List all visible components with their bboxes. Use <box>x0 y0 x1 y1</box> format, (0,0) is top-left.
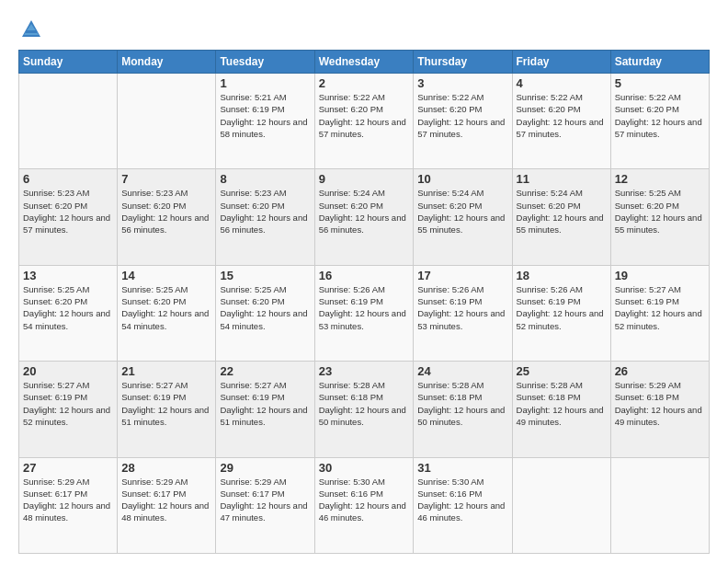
day-number: 13 <box>23 269 113 282</box>
day-number: 30 <box>319 461 410 475</box>
cell-info: Sunrise: 5:27 AMSunset: 6:19 PMDaylight:… <box>615 283 705 332</box>
calendar-cell <box>512 457 610 553</box>
cell-info: Sunrise: 5:25 AMSunset: 6:20 PMDaylight:… <box>615 187 705 236</box>
calendar-cell: 20Sunrise: 5:27 AMSunset: 6:19 PMDayligh… <box>19 362 118 457</box>
cell-info: Sunrise: 5:29 AMSunset: 6:17 PMDaylight:… <box>220 476 310 524</box>
weekday-row: SundayMondayTuesdayWednesdayThursdayFrid… <box>19 51 710 74</box>
calendar-cell <box>610 457 709 553</box>
page: SundayMondayTuesdayWednesdayThursdayFrid… <box>0 0 728 563</box>
calendar-cell: 23Sunrise: 5:28 AMSunset: 6:18 PMDayligh… <box>314 362 414 457</box>
calendar-cell: 6Sunrise: 5:23 AMSunset: 6:20 PMDaylight… <box>19 169 118 265</box>
day-number: 7 <box>121 172 211 186</box>
day-number: 11 <box>517 172 607 186</box>
cell-info: Sunrise: 5:23 AMSunset: 6:20 PMDaylight:… <box>23 187 113 236</box>
day-number: 25 <box>517 364 607 378</box>
calendar-cell: 1Sunrise: 5:21 AMSunset: 6:19 PMDaylight… <box>216 74 314 169</box>
calendar-cell: 9Sunrise: 5:24 AMSunset: 6:20 PMDaylight… <box>314 169 414 265</box>
header <box>18 17 710 42</box>
calendar-cell <box>118 74 216 169</box>
day-number: 17 <box>417 269 507 282</box>
calendar-cell: 26Sunrise: 5:29 AMSunset: 6:18 PMDayligh… <box>610 362 709 457</box>
svg-rect-2 <box>26 30 37 33</box>
cell-info: Sunrise: 5:25 AMSunset: 6:20 PMDaylight:… <box>121 283 211 332</box>
cell-info: Sunrise: 5:22 AMSunset: 6:20 PMDaylight:… <box>517 91 607 140</box>
weekday-header-wednesday: Wednesday <box>314 51 414 74</box>
calendar-cell: 11Sunrise: 5:24 AMSunset: 6:20 PMDayligh… <box>512 169 610 265</box>
svg-marker-1 <box>24 24 39 35</box>
day-number: 14 <box>121 269 211 282</box>
cell-info: Sunrise: 5:27 AMSunset: 6:19 PMDaylight:… <box>121 379 211 428</box>
day-number: 29 <box>220 461 310 475</box>
calendar-cell: 8Sunrise: 5:23 AMSunset: 6:20 PMDaylight… <box>216 169 314 265</box>
day-number: 9 <box>319 172 410 186</box>
cell-info: Sunrise: 5:25 AMSunset: 6:20 PMDaylight:… <box>23 283 113 332</box>
cell-info: Sunrise: 5:28 AMSunset: 6:18 PMDaylight:… <box>417 379 507 428</box>
weekday-header-friday: Friday <box>512 51 610 74</box>
cell-info: Sunrise: 5:24 AMSunset: 6:20 PMDaylight:… <box>517 187 607 236</box>
day-number: 20 <box>23 364 113 378</box>
calendar-cell: 22Sunrise: 5:27 AMSunset: 6:19 PMDayligh… <box>216 362 314 457</box>
day-number: 27 <box>23 461 113 475</box>
day-number: 2 <box>319 76 410 90</box>
calendar-cell: 7Sunrise: 5:23 AMSunset: 6:20 PMDaylight… <box>118 169 216 265</box>
cell-info: Sunrise: 5:26 AMSunset: 6:19 PMDaylight:… <box>319 283 410 332</box>
cell-info: Sunrise: 5:21 AMSunset: 6:19 PMDaylight:… <box>220 91 310 140</box>
calendar-week-1: 1Sunrise: 5:21 AMSunset: 6:19 PMDaylight… <box>19 74 710 169</box>
day-number: 31 <box>417 461 507 475</box>
calendar-cell: 2Sunrise: 5:22 AMSunset: 6:20 PMDaylight… <box>314 74 414 169</box>
calendar-cell <box>19 74 118 169</box>
calendar-week-5: 27Sunrise: 5:29 AMSunset: 6:17 PMDayligh… <box>19 457 710 553</box>
weekday-header-monday: Monday <box>118 51 216 74</box>
calendar-cell: 4Sunrise: 5:22 AMSunset: 6:20 PMDaylight… <box>512 74 610 169</box>
calendar-cell: 10Sunrise: 5:24 AMSunset: 6:20 PMDayligh… <box>414 169 512 265</box>
calendar-cell: 28Sunrise: 5:29 AMSunset: 6:17 PMDayligh… <box>118 457 216 553</box>
cell-info: Sunrise: 5:29 AMSunset: 6:17 PMDaylight:… <box>121 476 211 524</box>
day-number: 4 <box>517 76 607 90</box>
calendar-cell: 30Sunrise: 5:30 AMSunset: 6:16 PMDayligh… <box>314 457 414 553</box>
cell-info: Sunrise: 5:28 AMSunset: 6:18 PMDaylight:… <box>517 379 607 428</box>
day-number: 28 <box>121 461 211 475</box>
day-number: 8 <box>220 172 310 186</box>
calendar-cell: 14Sunrise: 5:25 AMSunset: 6:20 PMDayligh… <box>118 265 216 361</box>
calendar-week-2: 6Sunrise: 5:23 AMSunset: 6:20 PMDaylight… <box>19 169 710 265</box>
weekday-header-saturday: Saturday <box>610 51 709 74</box>
logo-icon <box>18 17 44 42</box>
calendar-week-3: 13Sunrise: 5:25 AMSunset: 6:20 PMDayligh… <box>19 265 710 361</box>
calendar-cell: 24Sunrise: 5:28 AMSunset: 6:18 PMDayligh… <box>414 362 512 457</box>
cell-info: Sunrise: 5:27 AMSunset: 6:19 PMDaylight:… <box>23 379 113 428</box>
cell-info: Sunrise: 5:29 AMSunset: 6:17 PMDaylight:… <box>23 476 113 524</box>
calendar-cell: 21Sunrise: 5:27 AMSunset: 6:19 PMDayligh… <box>118 362 216 457</box>
day-number: 3 <box>417 76 507 90</box>
calendar-cell: 31Sunrise: 5:30 AMSunset: 6:16 PMDayligh… <box>414 457 512 553</box>
cell-info: Sunrise: 5:27 AMSunset: 6:19 PMDaylight:… <box>220 379 310 428</box>
calendar-cell: 12Sunrise: 5:25 AMSunset: 6:20 PMDayligh… <box>610 169 709 265</box>
weekday-header-sunday: Sunday <box>19 51 118 74</box>
day-number: 23 <box>319 364 410 378</box>
calendar-week-4: 20Sunrise: 5:27 AMSunset: 6:19 PMDayligh… <box>19 362 710 457</box>
day-number: 15 <box>220 269 310 282</box>
calendar-cell: 16Sunrise: 5:26 AMSunset: 6:19 PMDayligh… <box>314 265 414 361</box>
logo <box>18 17 48 42</box>
cell-info: Sunrise: 5:22 AMSunset: 6:20 PMDaylight:… <box>417 91 507 140</box>
calendar-header: SundayMondayTuesdayWednesdayThursdayFrid… <box>19 51 710 74</box>
weekday-header-thursday: Thursday <box>414 51 512 74</box>
calendar-cell: 5Sunrise: 5:22 AMSunset: 6:20 PMDaylight… <box>610 74 709 169</box>
cell-info: Sunrise: 5:26 AMSunset: 6:19 PMDaylight:… <box>517 283 607 332</box>
day-number: 10 <box>417 172 507 186</box>
cell-info: Sunrise: 5:22 AMSunset: 6:20 PMDaylight:… <box>615 91 705 140</box>
weekday-header-tuesday: Tuesday <box>216 51 314 74</box>
calendar-cell: 3Sunrise: 5:22 AMSunset: 6:20 PMDaylight… <box>414 74 512 169</box>
day-number: 21 <box>121 364 211 378</box>
calendar-cell: 15Sunrise: 5:25 AMSunset: 6:20 PMDayligh… <box>216 265 314 361</box>
cell-info: Sunrise: 5:25 AMSunset: 6:20 PMDaylight:… <box>220 283 310 332</box>
day-number: 24 <box>417 364 507 378</box>
day-number: 12 <box>615 172 705 186</box>
day-number: 16 <box>319 269 410 282</box>
calendar-cell: 25Sunrise: 5:28 AMSunset: 6:18 PMDayligh… <box>512 362 610 457</box>
cell-info: Sunrise: 5:23 AMSunset: 6:20 PMDaylight:… <box>220 187 310 236</box>
day-number: 5 <box>615 76 705 90</box>
calendar-cell: 27Sunrise: 5:29 AMSunset: 6:17 PMDayligh… <box>19 457 118 553</box>
cell-info: Sunrise: 5:22 AMSunset: 6:20 PMDaylight:… <box>319 91 410 140</box>
day-number: 1 <box>220 76 310 90</box>
cell-info: Sunrise: 5:28 AMSunset: 6:18 PMDaylight:… <box>319 379 410 428</box>
